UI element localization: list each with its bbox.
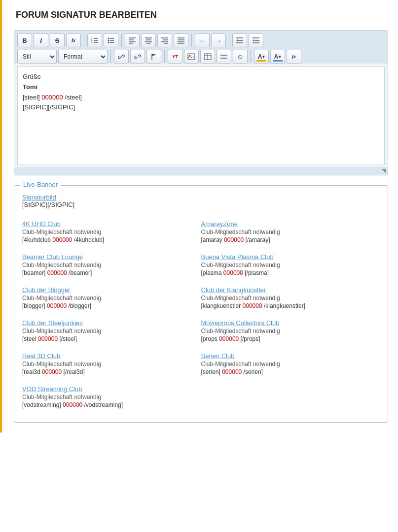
indent-more-button[interactable] <box>249 33 263 47</box>
club-code-suffix: /vodstreaming] <box>82 401 123 408</box>
club-code-prefix: [real3d <box>22 368 42 375</box>
club-link[interactable]: Movieprops Collectors Club <box>201 319 376 327</box>
club-code: [4kuhdclub 000000 /4kuhdclub] <box>22 236 197 243</box>
club-membership: Club-Mitgliedschaft notwendig <box>22 394 197 400</box>
ordered-list-button[interactable]: 123 <box>87 33 102 47</box>
link-button[interactable] <box>114 50 129 64</box>
club-link[interactable]: Club der Klangkünstler <box>201 286 376 294</box>
club-code-color: 000000 <box>223 269 243 276</box>
club-membership: Club-Mitgliedschaft notwendig <box>22 229 197 235</box>
club-code: [amaray 000000 [/amaray] <box>201 236 376 243</box>
separator-7 <box>251 50 251 63</box>
steel-suffix: /steel] <box>63 94 82 101</box>
club-item: Real 3D ClubClub-Mitgliedschaft notwendi… <box>22 348 201 381</box>
signaturbild-link[interactable]: Signaturbild <box>22 194 56 201</box>
separator-4 <box>229 34 229 47</box>
svg-text:3: 3 <box>91 41 93 43</box>
club-membership: Club-Mitgliedschaft notwendig <box>201 328 376 334</box>
club-link[interactable]: AmarayZone <box>201 220 376 228</box>
separator-6 <box>164 50 165 63</box>
flag-button[interactable] <box>146 50 161 64</box>
club-code: [steel 000000 [/steel] <box>22 335 197 342</box>
club-code-suffix: [/steel] <box>58 335 77 342</box>
unlink-button[interactable] <box>130 50 145 64</box>
redo-button[interactable]: → <box>211 33 226 47</box>
club-link[interactable]: Club der Blogger <box>22 286 197 294</box>
image-button[interactable] <box>184 50 199 64</box>
table-button[interactable] <box>200 50 215 64</box>
club-code-prefix: [vodstreaming] <box>22 401 63 408</box>
club-link[interactable]: Real 3D Club <box>22 352 197 360</box>
youtube-button[interactable]: YT <box>168 50 182 64</box>
style-select[interactable]: Stil <box>17 50 57 64</box>
club-code-color: 000000 <box>47 302 67 309</box>
club-membership: Club-Mitgliedschaft notwendig <box>22 361 197 367</box>
club-code-prefix: [steel <box>22 335 38 342</box>
club-code-suffix: /klangkuenstler] <box>262 302 305 309</box>
undo-button[interactable]: ← <box>195 33 210 47</box>
club-code: [vodstreaming] 000000 /vodstreaming] <box>22 401 197 408</box>
svg-point-11 <box>108 42 109 43</box>
page-title: FORUM SIGNATUR BEARBEITEN <box>14 10 388 20</box>
club-link[interactable]: Club der Steeljunkies <box>22 319 197 327</box>
unordered-list-button[interactable] <box>104 33 118 47</box>
club-link[interactable]: Buena Vista Plasma Club <box>201 253 376 261</box>
club-item: Buena Vista Plasma ClubClub-Mitgliedscha… <box>201 249 380 282</box>
format-select[interactable]: Format <box>58 50 108 64</box>
club-link[interactable]: VOD Streaming Club <box>22 385 197 393</box>
indent-less-button[interactable] <box>232 33 247 47</box>
club-item: Club der BloggerClub-Mitgliedschaft notw… <box>22 282 201 315</box>
club-code-color: 000000 <box>243 302 262 309</box>
svg-rect-37 <box>188 54 195 60</box>
signaturbild-section: Signaturbild [SIGPIC][/SIGPIC] <box>22 194 380 208</box>
club-code-suffix: [/real3d] <box>62 368 85 375</box>
club-membership: Club-Mitgliedschaft notwendig <box>22 295 197 301</box>
club-code-prefix: [beamer] <box>22 269 47 276</box>
signaturbild-code: [SIGPIC][/SIGPIC] <box>22 201 380 208</box>
club-item: Beamer Club LoungeClub-Mitgliedschaft no… <box>22 249 201 282</box>
font-color-button[interactable]: A ▾ <box>254 50 269 64</box>
club-item: AmarayZoneClub-Mitgliedschaft notwendig[… <box>201 216 380 249</box>
editor-content[interactable]: Grüße Tomi [steel] 000000 /steel] [SIGPI… <box>17 66 385 165</box>
editor-resize-handle[interactable] <box>14 167 388 175</box>
editor-container: B I S Ix 123 <box>14 30 388 175</box>
club-membership: Club-Mitgliedschaft notwendig <box>201 295 376 301</box>
clear-format-button[interactable]: Ix <box>66 33 81 47</box>
club-item: VOD Streaming ClubClub-Mitgliedschaft no… <box>22 381 201 414</box>
club-code-color: 000000 <box>219 335 239 342</box>
club-code: [serien] 000000 /serien] <box>201 368 376 375</box>
bold-button[interactable]: B <box>17 33 32 47</box>
steel-code: 000000 <box>41 94 63 101</box>
strikethrough-button[interactable]: S <box>50 33 65 47</box>
club-membership: Club-Mitgliedschaft notwendig <box>22 262 197 268</box>
club-code-color: 000000 <box>222 368 242 375</box>
club-code: [props 000000 [/props] <box>201 335 376 342</box>
club-code-prefix: [props <box>201 335 219 342</box>
club-membership: Club-Mitgliedschaft notwendig <box>201 361 376 367</box>
align-left-button[interactable] <box>125 33 140 47</box>
club-membership: Club-Mitgliedschaft notwendig <box>22 328 197 334</box>
clear-format2-button[interactable]: Ix <box>287 50 301 64</box>
align-justify-button[interactable] <box>174 33 188 47</box>
club-link[interactable]: 4K UHD Club <box>22 220 197 228</box>
align-right-button[interactable] <box>157 33 172 47</box>
club-code-color: 000000 <box>63 401 82 408</box>
club-code-suffix: /serien] <box>242 368 263 375</box>
club-link[interactable]: Beamer Club Lounge <box>22 253 197 261</box>
toolbar-row-2: Stil Format YT <box>17 50 385 64</box>
align-center-button[interactable] <box>141 33 156 47</box>
club-code: [plasma 000000 [/plasma] <box>201 269 376 276</box>
italic-button[interactable]: I <box>34 33 48 47</box>
club-code-prefix: [plasma <box>201 269 223 276</box>
club-link[interactable]: Serien Club <box>201 352 376 360</box>
emoji-button[interactable]: ☺ <box>233 50 248 64</box>
bg-color-button[interactable]: A ▾ <box>270 50 285 64</box>
steel-prefix: [steel] <box>23 94 41 101</box>
club-code: [real3d 000000 [/real3d] <box>22 368 197 375</box>
club-code-prefix: [4kuhdclub <box>22 236 52 243</box>
club-code-suffix: /4kuhdclub] <box>72 236 104 243</box>
club-code-color: 000000 <box>52 236 72 243</box>
separator-3 <box>191 34 192 47</box>
hr-button[interactable] <box>217 50 231 64</box>
club-code-suffix: [/plasma] <box>243 269 269 276</box>
